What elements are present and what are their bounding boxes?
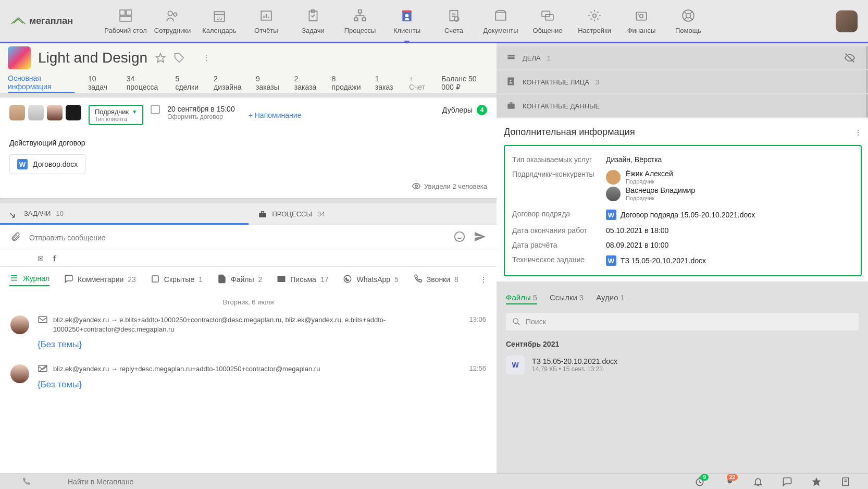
search-placeholder: Поиск [526,317,546,326]
nav-reports[interactable]: Отчёты [245,3,288,39]
subtab-processes[interactable]: ПРОЦЕССЫ 34 [249,203,497,225]
avatar[interactable] [66,105,81,120]
svg-rect-26 [545,14,553,20]
nav-calendar[interactable]: 15Календарь [198,3,241,39]
tz-file-link[interactable]: W ТЗ 15.05-20.10.2021.docx [606,255,706,266]
kebab-icon[interactable]: ⋮ [480,275,487,284]
additional-info-card: Дополнительная информация ⋮ Тип оказывае… [497,118,868,282]
timer-icon[interactable]: 9 [688,474,712,490]
right-section[interactable]: КОНТАКТНЫЕ ДАННЫЕ [497,94,868,117]
competitor-item[interactable]: Васнецов ВладимирПодрядчик [606,187,695,201]
duplicates[interactable]: Дублеры 4 [442,105,487,115]
contract-file-link[interactable]: W Договор подряда 15.05-20.10.2021.docx [606,210,755,220]
avatar[interactable] [28,105,44,120]
star-icon[interactable] [804,474,828,490]
send-icon[interactable] [474,230,486,244]
journal-filter-file[interactable]: Файлы2 [217,274,262,285]
client-tab[interactable]: 2 заказа [294,72,318,93]
files-tab[interactable]: Файлы5 [506,293,537,304]
participant-avatars[interactable] [9,105,81,120]
feed-subject[interactable]: {Без темы} [38,380,486,390]
contract-file-chip[interactable]: W Договор.docx [9,154,85,174]
client-type-select[interactable]: Подрядчик▼ Тип клиента [89,105,143,125]
logo[interactable]: мегаплан [10,16,73,27]
nav-dashboard[interactable]: Рабочий стол [104,3,147,39]
right-section[interactable]: КОНТАКТНЫЕ ЛИЦА3 [497,70,868,93]
competitor-name: Ёжик Алексей [626,170,673,178]
nav-clients[interactable]: Клиенты [386,3,428,39]
files-tab[interactable]: Ссылки3 [550,293,584,304]
tab-count: 3 [579,293,584,302]
next-event[interactable]: 20 сентября в 15:00 Оформить договор [167,105,234,120]
nav-settings[interactable]: Настройки [573,3,616,39]
facebook-icon[interactable]: f [53,254,56,263]
visibility-icon[interactable] [844,52,855,65]
feed-item[interactable]: bliz.ek@yandex.ru → e.blits+addto-100025… [0,312,497,361]
client-tab[interactable]: 9 заказы [256,72,281,93]
nav-processes[interactable]: Процессы [339,3,381,39]
nav-employees[interactable]: Сотрудники [151,3,194,39]
journal-filter-hidden[interactable]: Скрытые1 [151,274,203,285]
feed-item[interactable]: bliz.ek@yandex.ru → reply+desc.megaplan.… [0,361,497,401]
tag-icon[interactable] [173,52,185,64]
journal-filter-list[interactable]: Журнал [9,273,49,286]
chat-icon[interactable] [775,474,799,490]
attach-icon[interactable] [10,231,21,243]
subtab-tasks[interactable]: ЗАДАЧИ 10 [0,203,249,225]
nav-invoices[interactable]: Счета [432,3,475,39]
flame-icon[interactable]: 22 [717,474,741,490]
nav-chat[interactable]: Общение [526,3,569,39]
avatar[interactable] [10,315,29,334]
nav-finance[interactable]: Финансы [620,3,663,39]
compose-input[interactable] [29,234,445,242]
file-name: ТЗ 15.05-20.10.2021.docx [532,357,617,365]
journal-filter-comment[interactable]: Комментарии23 [64,274,136,285]
event-checkbox[interactable] [151,105,160,114]
kebab-icon[interactable]: ⋮ [201,52,212,64]
files-search[interactable]: Поиск [506,313,859,331]
nav-tasks[interactable]: Задачи [292,3,334,39]
file-row[interactable]: WТЗ 15.05-20.10.2021.docx14,79 КБ • 15 с… [497,352,868,377]
client-tab[interactable]: Основная информация [8,72,75,93]
journal-filter-call[interactable]: Звонки8 [413,274,458,285]
journal-filter-whatsapp[interactable]: WhatsApp5 [343,274,398,285]
client-tab[interactable]: 1 заказ [375,72,395,93]
svg-rect-16 [362,18,366,20]
feed-subject[interactable]: {Без темы} [38,339,486,350]
svg-point-27 [593,14,597,17]
nav-documents[interactable]: Документы [479,3,522,39]
right-section[interactable]: ДЕЛА1 [497,46,868,69]
seen-row[interactable]: Увидели 2 человека [9,181,487,191]
client-tab[interactable]: 5 сделки [175,72,200,93]
user-avatar[interactable] [836,10,858,32]
nav-label: Клиенты [393,27,420,34]
client-tab[interactable]: 2 дизайна [214,72,242,93]
client-tab[interactable]: 10 задач [88,72,113,93]
avatar[interactable] [10,364,29,383]
avatar[interactable] [47,105,63,120]
svg-point-29 [640,14,643,18]
kebab-icon[interactable]: ⋮ [854,128,862,137]
avatar[interactable] [9,105,25,120]
feed-time: 13:06 [469,315,486,323]
mail-icon[interactable]: ✉ [38,254,44,263]
competitor-item[interactable]: Ёжик АлексейПодрядчик [606,170,695,185]
section-count: 1 [547,54,551,62]
emoji-icon[interactable] [454,231,465,244]
documents-icon [492,8,510,23]
client-tab[interactable]: 34 процесса [127,72,162,93]
add-reminder-link[interactable]: + Напоминание [249,111,302,119]
journal-filter-mail[interactable]: Письма17 [277,274,328,285]
star-icon[interactable] [155,52,166,64]
journal-filters: ЖурналКомментарии23Скрытые1Файлы2Письма1… [0,267,497,292]
client-tab[interactable]: 8 продажи [332,72,362,93]
nav-help[interactable]: Помощь [667,3,710,39]
client-logo[interactable] [8,46,31,69]
svg-point-41 [455,232,464,241]
global-search-input[interactable] [52,478,688,486]
bell-icon[interactable] [746,474,770,490]
phone-icon[interactable] [0,477,52,486]
files-tab[interactable]: Аудио1 [596,293,625,304]
note-icon[interactable] [834,474,858,490]
client-tab[interactable]: + Счет [409,72,428,93]
